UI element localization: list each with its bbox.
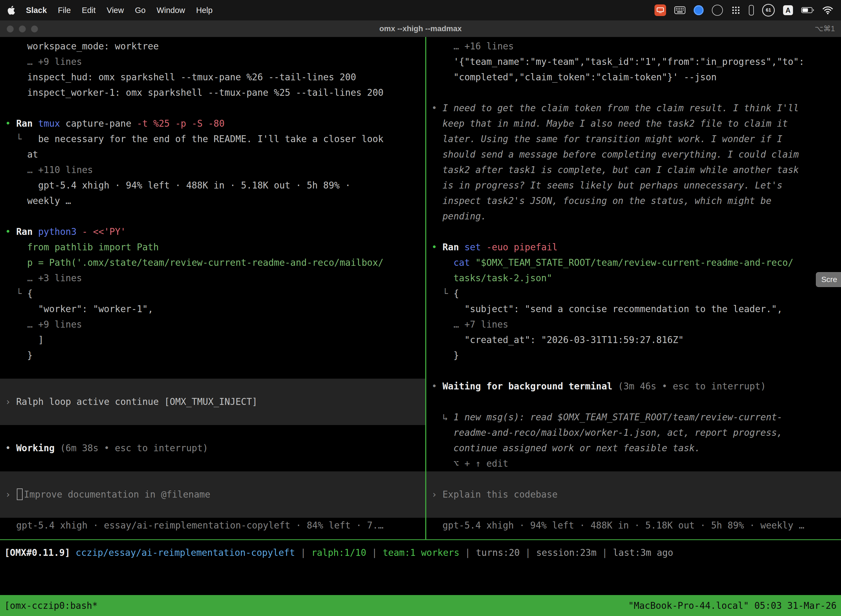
terminal-line: "completed","claim_token":"claim-token"}… xyxy=(426,70,841,85)
terminal-line: "worker": "worker-1", xyxy=(0,301,425,317)
terminal-line: readme-and-reco/mailbox/worker-1.json, a… xyxy=(426,425,841,440)
composer-line xyxy=(0,409,425,425)
terminal-line: └ be necessary for the end of the README… xyxy=(0,131,425,147)
menu-item[interactable]: File xyxy=(58,6,71,15)
screen-tooltip: Scre xyxy=(816,272,841,287)
input-source-icon[interactable]: A xyxy=(783,5,793,15)
dots-grid-icon[interactable] xyxy=(731,6,741,15)
terminal-line: "subject": "send a concise recommendatio… xyxy=(426,301,841,317)
terminal-line xyxy=(426,224,841,239)
terminal-line: is in progress? It seems likely but perh… xyxy=(426,178,841,193)
window-shortcut-hint: ⌥⌘1 xyxy=(815,21,835,37)
terminal-line: cat "$OMX_TEAM_STATE_ROOT/team/review-cu… xyxy=(426,255,841,270)
terminal-line: weekly … xyxy=(0,193,425,209)
terminal-line: workspace_mode: worktree xyxy=(0,39,425,54)
slim-glyph-icon[interactable] xyxy=(749,5,754,15)
terminal-line xyxy=(0,363,425,378)
terminal-line xyxy=(0,425,425,440)
menu-bar-left: Slack FileEditViewGoWindowHelp xyxy=(8,6,212,15)
terminal-line: should send a message before completing … xyxy=(426,147,841,162)
terminal-line xyxy=(426,394,841,409)
screen: Slack FileEditViewGoWindowHelp 61 A xyxy=(0,0,841,616)
terminal-line: • I need to get the claim token from the… xyxy=(426,100,841,116)
wifi-icon[interactable] xyxy=(822,6,833,14)
apple-menu-icon[interactable] xyxy=(8,6,15,15)
terminal-line: … +110 lines xyxy=(0,162,425,178)
menu-item[interactable]: Go xyxy=(135,6,146,15)
terminal-line: inspect_hud: omx sparkshell --tmux-pane … xyxy=(0,70,425,85)
menu-item[interactable]: Window xyxy=(157,6,185,15)
composer-line xyxy=(0,502,425,518)
tmux-host-time: "MacBook-Pro-44.local" 05:03 31-Mar-26 xyxy=(628,600,837,611)
terminal-line: continue assigned work or next feasible … xyxy=(426,440,841,456)
composer-line xyxy=(0,471,425,487)
battery-percent-gauge-icon[interactable]: 61 xyxy=(762,4,775,16)
tmux-session-info: [omx-cczip0:bash* xyxy=(4,600,98,611)
terminal-line: pending. xyxy=(426,209,841,224)
terminal-line xyxy=(426,363,841,378)
menu-bar-status: 61 A xyxy=(655,4,833,16)
keyboard-icon[interactable] xyxy=(674,6,686,14)
tmux-status-bar: [omx-cczip0:bash* "MacBook-Pro-44.local"… xyxy=(0,595,841,616)
terminal-line: p = Path('.omx/state/team/review-current… xyxy=(0,255,425,270)
terminal-line: • Ran tmux capture-pane -t %25 -p -S -80 xyxy=(0,116,425,131)
terminal-line: gpt-5.4 xhigh · essay/ai-reimplementatio… xyxy=(0,518,425,533)
terminal-line: └ { xyxy=(426,286,841,301)
terminal-line: gpt-5.4 xhigh · 94% left · 488K in · 5.1… xyxy=(0,178,425,193)
terminal-line: inspect_worker-1: omx sparkshell --tmux-… xyxy=(0,85,425,100)
terminal-line: └ { xyxy=(0,286,425,301)
blue-app-icon[interactable] xyxy=(694,5,703,15)
terminal-pane-bottom[interactable]: [OMX#0.11.9] cczip/essay/ai-reimplementa… xyxy=(0,540,841,600)
dark-circle-icon[interactable] xyxy=(712,5,723,16)
menu-item[interactable]: Help xyxy=(196,6,213,15)
terminal-pane-right[interactable]: … +16 lines '{"team_name":"my-team","tas… xyxy=(426,37,841,539)
composer-line xyxy=(426,471,841,487)
text-cursor xyxy=(17,488,23,500)
terminal-line: "created_at": "2026-03-31T11:59:27.816Z" xyxy=(426,332,841,348)
terminal-line: at xyxy=(0,147,425,162)
terminal-line: ⌥ + ↑ edit xyxy=(426,456,841,471)
terminal-line: … +16 lines xyxy=(426,39,841,54)
terminal-line: … +3 lines xyxy=(0,270,425,286)
menu-bar: Slack FileEditViewGoWindowHelp 61 A xyxy=(0,0,841,21)
terminal-line: task2 after task1 is complete, but can I… xyxy=(426,162,841,178)
composer-line: › Explain this codebase xyxy=(426,487,841,502)
active-app-name[interactable]: Slack xyxy=(26,6,47,15)
terminal-line xyxy=(0,456,425,471)
composer-line: › Improve documentation in @filename xyxy=(0,487,425,502)
screen-recording-indicator-icon[interactable] xyxy=(655,4,666,16)
terminal: workspace_mode: worktree … +9 lines insp… xyxy=(0,37,841,539)
terminal-line: … +7 lines xyxy=(426,317,841,332)
composer-line: › Ralph loop active continue [OMX_TMUX_I… xyxy=(0,394,425,409)
terminal-line: inspect task2's JSON, focusing on the st… xyxy=(426,193,841,209)
terminal-line: ] xyxy=(0,332,425,348)
terminal-line: • Ran python3 - <<'PY' xyxy=(0,224,425,239)
input-source-label: A xyxy=(783,5,793,15)
window-title: omx --xhigh --madmax xyxy=(0,21,841,37)
app-menus: FileEditViewGoWindowHelp xyxy=(58,6,213,15)
composer-line xyxy=(426,502,841,518)
terminal-line: gpt-5.4 xhigh · 94% left · 488K in · 5.1… xyxy=(426,518,841,533)
menu-item[interactable]: View xyxy=(107,6,124,15)
terminal-pane-left[interactable]: workspace_mode: worktree … +9 lines insp… xyxy=(0,37,425,539)
terminal-line xyxy=(0,209,425,224)
terminal-line xyxy=(426,85,841,100)
terminal-line: • Ran set -euo pipefail xyxy=(426,239,841,255)
terminal-line xyxy=(0,100,425,116)
terminal-line: • Working (6m 38s • esc to interrupt) xyxy=(0,440,425,456)
terminal-line: from pathlib import Path xyxy=(0,239,425,255)
window-title-bar[interactable]: omx --xhigh --madmax ⌥⌘1 xyxy=(0,21,841,37)
terminal-line: } xyxy=(426,348,841,363)
terminal-line: later. Using the same for transition mig… xyxy=(426,131,841,147)
composer-line xyxy=(0,378,425,394)
terminal-line: • Waiting for background terminal (3m 46… xyxy=(426,378,841,394)
battery-icon[interactable] xyxy=(801,7,814,13)
terminal-line: '{"team_name":"my-team","task_id":"1","f… xyxy=(426,54,841,70)
terminal-line: } xyxy=(0,348,425,363)
menu-item[interactable]: Edit xyxy=(82,6,96,15)
terminal-line: ↳ 1 new msg(s): read $OMX_TEAM_STATE_ROO… xyxy=(426,409,841,425)
battery-percent-value: 61 xyxy=(766,7,771,13)
omx-status-line: [OMX#0.11.9] cczip/essay/ai-reimplementa… xyxy=(0,545,841,560)
terminal-line: keep that in mind. Maybe I also need the… xyxy=(426,116,841,131)
terminal-line: tasks/task-2.json" xyxy=(426,270,841,286)
